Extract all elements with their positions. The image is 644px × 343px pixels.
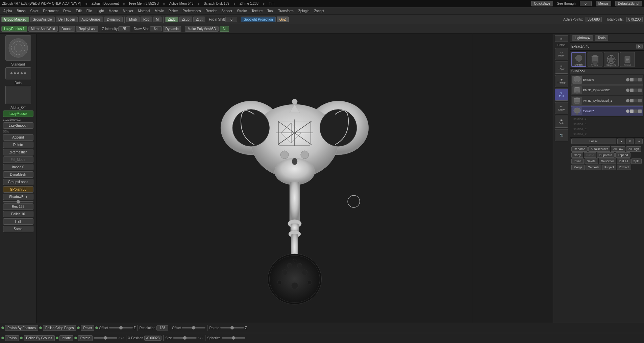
- dynamic-btn2[interactable]: Dynamic: [163, 26, 181, 32]
- auto-groups-button[interactable]: Auto Groups: [79, 17, 103, 22]
- res-button[interactable]: Res 128: [3, 203, 33, 210]
- all-high-button[interactable]: All High: [626, 146, 641, 152]
- draw-button[interactable]: ✏ Draw: [555, 102, 568, 114]
- size-slider[interactable]: [173, 337, 197, 339]
- rotate-slider[interactable]: [220, 327, 244, 328]
- list-all-button[interactable]: List All: [571, 139, 616, 144]
- make-polymesh-button[interactable]: Make PolyMesh3D: [185, 26, 219, 32]
- del-hidden-button[interactable]: Del Hidden: [56, 17, 78, 22]
- polish-groups-button[interactable]: Polish By Groups: [24, 335, 54, 341]
- thumb-extract[interactable]: Extract: [620, 52, 635, 67]
- menu-draw[interactable]: Draw: [61, 8, 73, 14]
- lsym-button[interactable]: ⇔ L.Sym: [555, 62, 568, 74]
- imbed-button[interactable]: Imbed 0: [3, 164, 33, 170]
- offset2-slider[interactable]: [182, 327, 205, 328]
- menu-macro[interactable]: Macro: [107, 8, 120, 14]
- goz-button[interactable]: GoZ: [277, 17, 289, 22]
- polish-button[interactable]: Polish: [5, 335, 19, 341]
- offset-slider[interactable]: [109, 327, 133, 328]
- menu-render[interactable]: Render: [203, 8, 219, 14]
- menu-edit[interactable]: Edit: [74, 8, 84, 14]
- autoreorder-button[interactable]: AutoReorder: [588, 146, 610, 152]
- menu-light[interactable]: Light: [95, 8, 106, 14]
- mirror-weld-button[interactable]: Mirror And Weld: [28, 26, 58, 32]
- append-button[interactable]: Append: [3, 134, 33, 141]
- resolution-value[interactable]: 128: [156, 325, 168, 330]
- copy-button[interactable]: Copy: [571, 152, 583, 158]
- draw-size-value[interactable]: 64: [150, 26, 162, 31]
- m-button[interactable]: M: [153, 17, 161, 22]
- mrgb-button[interactable]: Mrgb: [126, 17, 140, 22]
- duplicate-button[interactable]: Duplicate: [597, 152, 615, 158]
- rotate2-slider[interactable]: [94, 337, 117, 339]
- menu-material[interactable]: Material: [136, 8, 152, 14]
- down-arrow-button[interactable]: ▼: [626, 139, 634, 144]
- menus-button[interactable]: Menus: [596, 1, 611, 6]
- menu-color[interactable]: Color: [28, 8, 41, 14]
- spherize-slider[interactable]: [222, 337, 245, 339]
- floor-button[interactable]: ▭ Floor: [555, 48, 568, 60]
- model-viewport[interactable]: [36, 34, 553, 323]
- all-button[interactable]: All: [220, 26, 229, 32]
- project-button[interactable]: Project: [602, 165, 616, 170]
- polish-crisp-button[interactable]: Polish Crisp Edges: [43, 325, 76, 331]
- replay-last-button[interactable]: ReplayLast: [76, 26, 98, 32]
- gpolish-button[interactable]: GPolish 50: [3, 186, 33, 193]
- merge-button[interactable]: Merge: [571, 165, 585, 170]
- rename-button[interactable]: Rename: [571, 146, 588, 152]
- group-masked-button[interactable]: Group Masked: [1, 17, 29, 22]
- edit-button[interactable]: ✎ Edit: [555, 89, 568, 101]
- menu-alpha[interactable]: Alpha: [1, 8, 14, 14]
- thumb-cylinder[interactable]: Cylinder: [588, 52, 602, 67]
- menu-picker[interactable]: Picker: [167, 8, 180, 14]
- inflate-button[interactable]: Inflate: [59, 335, 73, 341]
- delete-st-button[interactable]: Delete: [585, 158, 598, 164]
- thumb-extract7[interactable]: Extract7: [571, 52, 586, 67]
- menu-preferences[interactable]: Preferences: [181, 8, 203, 14]
- append-st-button[interactable]: Append: [615, 152, 630, 158]
- insert-button[interactable]: Insert: [571, 158, 584, 164]
- lazysmooth-button[interactable]: LazySmooth: [3, 122, 33, 129]
- zadd-button[interactable]: Zadd: [165, 17, 178, 22]
- camera-button[interactable]: 📷: [555, 129, 568, 141]
- extract-button[interactable]: Extract: [617, 165, 631, 170]
- split-button[interactable]: Split: [631, 158, 642, 164]
- paste-button[interactable]: Paste: [584, 152, 596, 158]
- del-other-button[interactable]: Del Other: [599, 158, 617, 164]
- same-button[interactable]: Same: [3, 226, 33, 232]
- menu-shader[interactable]: Shader: [219, 8, 234, 14]
- all-low-button[interactable]: All Low: [611, 146, 625, 152]
- menu-file[interactable]: File: [84, 8, 94, 14]
- defaultzscript-button[interactable]: DefaultZScript: [615, 1, 642, 6]
- subtool-extract7[interactable]: Extract7: [571, 106, 643, 116]
- rgb-button[interactable]: Rgb: [141, 17, 152, 22]
- menu-zplugin[interactable]: Zplugin: [296, 8, 312, 14]
- groupsloops-button[interactable]: GroupsLoops: [3, 179, 33, 185]
- lightbox-button[interactable]: Lightbox▶: [572, 35, 593, 41]
- polish-features-button[interactable]: Polish By Features: [5, 325, 38, 331]
- solo-button[interactable]: ◉ Solo: [555, 116, 568, 128]
- x-position-value[interactable]: -0.00023: [144, 336, 162, 341]
- subtool-cylinder3dl1[interactable]: PM3D_Cylinder3Dl_1: [571, 96, 643, 106]
- tools-button[interactable]: Tools: [595, 35, 608, 41]
- canvas-area[interactable]: [36, 34, 553, 323]
- menu-brush[interactable]: Brush: [15, 8, 28, 14]
- relax-button[interactable]: Relax: [81, 325, 94, 331]
- zremesher-button[interactable]: ZRemesher: [3, 149, 33, 155]
- del-all-button[interactable]: Del All: [617, 158, 630, 164]
- half-button[interactable]: Half: [3, 218, 33, 225]
- lazy-radius-button[interactable]: LazyRadius 1: [1, 26, 27, 32]
- menu-marker[interactable]: Marker: [121, 8, 135, 14]
- delete-button[interactable]: Delete: [3, 142, 33, 148]
- menu-zscript[interactable]: Zscript: [312, 8, 326, 14]
- transp-button[interactable]: ◈ Transp: [555, 75, 568, 87]
- dynamesh-button[interactable]: DynaMesh: [3, 171, 33, 178]
- dynamic-button[interactable]: Dynamic: [104, 17, 123, 22]
- subtool-cylinder3d2[interactable]: PM3D_Cylinder3D2: [571, 85, 643, 95]
- menu-texture[interactable]: Texture: [249, 8, 265, 14]
- menu-movie[interactable]: Movie: [153, 8, 166, 14]
- zsub-button[interactable]: Zsub: [179, 17, 192, 22]
- spotlight-projection-button[interactable]: Spotlight Projection: [241, 17, 275, 22]
- alpha-preview[interactable]: [5, 86, 31, 104]
- polish10-button[interactable]: Polish 10: [3, 211, 33, 217]
